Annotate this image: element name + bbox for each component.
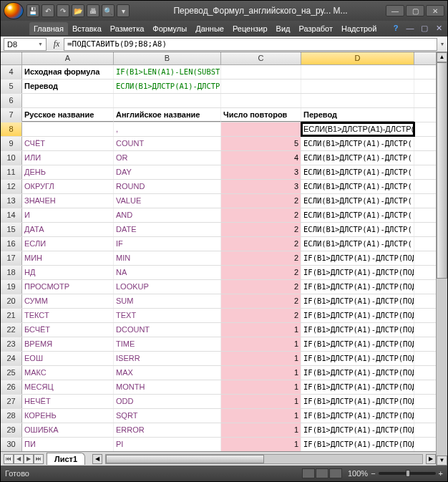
row-header[interactable]: 5: [1, 79, 22, 93]
cell-A25[interactable]: МАКС: [22, 366, 114, 380]
tab-nav-last-icon[interactable]: ⏭: [34, 454, 44, 464]
cell-D22[interactable]: IF(B1>ДЛСТР(A1)-ДЛСТР(ПОД: [301, 323, 414, 337]
cell-C22[interactable]: 1: [221, 323, 301, 337]
col-header-D[interactable]: D: [301, 52, 414, 64]
cell-C15[interactable]: 2: [221, 223, 301, 236]
zoom-in-icon[interactable]: +: [439, 469, 443, 478]
save-icon[interactable]: 💾: [26, 4, 39, 17]
cell-C18[interactable]: 2: [221, 266, 301, 279]
cell-B17[interactable]: MIN: [114, 251, 221, 265]
undo-icon[interactable]: ↶: [42, 4, 54, 17]
cell-A7[interactable]: Русское название: [22, 108, 114, 122]
zoom-slider[interactable]: [379, 472, 436, 475]
row-header[interactable]: 17: [1, 251, 22, 265]
cell-C5[interactable]: [221, 79, 301, 93]
cell-C21[interactable]: 2: [221, 309, 301, 322]
col-header-B[interactable]: B: [114, 52, 221, 64]
cell-C12[interactable]: 3: [221, 180, 301, 193]
cell-C13[interactable]: 2: [221, 194, 301, 208]
cell-B24[interactable]: ISERR: [114, 352, 221, 365]
cell-B14[interactable]: AND: [114, 208, 221, 222]
cell-D8[interactable]: ЕСЛИ(B1>ДЛСТР(A1)-ДЛСТР(: [301, 122, 414, 136]
tab-insert[interactable]: Вставка: [68, 22, 106, 35]
close-button[interactable]: ✕: [426, 5, 444, 16]
cell-B30[interactable]: PI: [114, 438, 221, 451]
cell-B29[interactable]: ERROR: [114, 423, 221, 437]
cell-B23[interactable]: TIME: [114, 337, 221, 351]
tab-view[interactable]: Вид: [272, 22, 295, 35]
row-header[interactable]: 10: [1, 151, 22, 165]
doc-restore-icon[interactable]: ▢: [419, 24, 430, 34]
cell-A20[interactable]: СУММ: [22, 294, 114, 308]
cell-C7[interactable]: Число повторов: [221, 108, 301, 122]
cell-A22[interactable]: БСЧЁТ: [22, 323, 114, 337]
cell-C30[interactable]: 1: [221, 438, 301, 451]
row-header[interactable]: 14: [1, 208, 22, 222]
row-header[interactable]: 27: [1, 395, 22, 408]
cell-D14[interactable]: ЕСЛИ(B1>ДЛСТР(A1)-ДЛСТР(: [301, 208, 414, 222]
row-header[interactable]: 8: [1, 122, 22, 136]
row-header[interactable]: 9: [1, 137, 22, 150]
row-header[interactable]: 25: [1, 366, 22, 380]
row-header[interactable]: 30: [1, 438, 22, 451]
row-header[interactable]: 24: [1, 352, 22, 365]
row-header[interactable]: 19: [1, 280, 22, 294]
row-header[interactable]: 29: [1, 423, 22, 437]
tab-nav-first-icon[interactable]: ⏮: [4, 454, 14, 464]
cell-A26[interactable]: МЕСЯЦ: [22, 380, 114, 394]
horizontal-scrollbar[interactable]: [105, 454, 423, 464]
cell-C10[interactable]: 4: [221, 151, 301, 165]
col-header-A[interactable]: A: [22, 52, 114, 64]
row-header[interactable]: 15: [1, 223, 22, 236]
cell-D21[interactable]: IF(B1>ДЛСТР(A1)-ДЛСТР(ПОД: [301, 309, 414, 322]
maximize-button[interactable]: ▢: [406, 5, 424, 16]
cell-D16[interactable]: ЕСЛИ(B1>ДЛСТР(A1)-ДЛСТР(: [301, 237, 414, 251]
cell-D24[interactable]: IF(B1>ДЛСТР(A1)-ДЛСТР(ПОД: [301, 352, 414, 365]
cell-C19[interactable]: 2: [221, 280, 301, 294]
cell-D27[interactable]: IF(B1>ДЛСТР(A1)-ДЛСТР(ПОД: [301, 395, 414, 408]
cell-C26[interactable]: 1: [221, 380, 301, 394]
cell-A23[interactable]: ВРЕМЯ: [22, 337, 114, 351]
cell-A13[interactable]: ЗНАЧЕН: [22, 194, 114, 208]
cell-A11[interactable]: ДЕНЬ: [22, 165, 114, 179]
col-header-C[interactable]: C: [221, 52, 301, 64]
cell-B7[interactable]: Английское название: [114, 108, 221, 122]
cell-D7[interactable]: Перевод: [301, 108, 414, 122]
formula-bar[interactable]: =ПОДСТАВИТЬ(D9;B8;A8): [64, 38, 437, 51]
cell-A15[interactable]: ДАТА: [22, 223, 114, 236]
cell-B15[interactable]: DATE: [114, 223, 221, 236]
row-header[interactable]: 22: [1, 323, 22, 337]
row-header[interactable]: 4: [1, 65, 22, 79]
cell-D30[interactable]: IF(B1>ДЛСТР(A1)-ДЛСТР(ПОД: [301, 438, 414, 451]
doc-minimize-icon[interactable]: —: [404, 24, 416, 34]
cell-B20[interactable]: SUM: [114, 294, 221, 308]
name-box[interactable]: D8 ▼: [4, 38, 47, 51]
cell-A18[interactable]: НД: [22, 266, 114, 279]
preview-icon[interactable]: 🔍: [102, 4, 115, 17]
zoom-thumb[interactable]: [406, 470, 410, 477]
cell-B10[interactable]: OR: [114, 151, 221, 165]
qat-more-icon[interactable]: ▾: [117, 4, 130, 17]
cell-D18[interactable]: IF(B1>ДЛСТР(A1)-ДЛСТР(ПОД: [301, 266, 414, 279]
help-icon[interactable]: ?: [390, 24, 401, 34]
cell-D5[interactable]: [301, 79, 414, 93]
row-header[interactable]: 28: [1, 409, 22, 423]
cell-C29[interactable]: 1: [221, 423, 301, 437]
cell-B6[interactable]: [114, 94, 221, 107]
cell-D11[interactable]: ЕСЛИ(B1>ДЛСТР(A1)-ДЛСТР(: [301, 165, 414, 179]
cell-A24[interactable]: ЕОШ: [22, 352, 114, 365]
tab-layout[interactable]: Разметка: [106, 22, 149, 35]
cell-D26[interactable]: IF(B1>ДЛСТР(A1)-ДЛСТР(ПОД: [301, 380, 414, 394]
cell-A29[interactable]: ОШИБКА: [22, 423, 114, 437]
select-all-corner[interactable]: [1, 52, 22, 64]
cell-C27[interactable]: 1: [221, 395, 301, 408]
tab-nav-next-icon[interactable]: ▶: [24, 454, 34, 464]
cell-D28[interactable]: IF(B1>ДЛСТР(A1)-ДЛСТР(ПОД: [301, 409, 414, 423]
cell-A10[interactable]: ИЛИ: [22, 151, 114, 165]
name-box-dropdown-icon[interactable]: ▼: [38, 42, 43, 47]
cell-B9[interactable]: COUNT: [114, 137, 221, 150]
doc-close-icon[interactable]: ✕: [433, 24, 444, 34]
cell-D29[interactable]: IF(B1>ДЛСТР(A1)-ДЛСТР(ПОД: [301, 423, 414, 437]
cell-C24[interactable]: 1: [221, 352, 301, 365]
formula-bar-expand-icon[interactable]: ▾: [437, 41, 447, 47]
